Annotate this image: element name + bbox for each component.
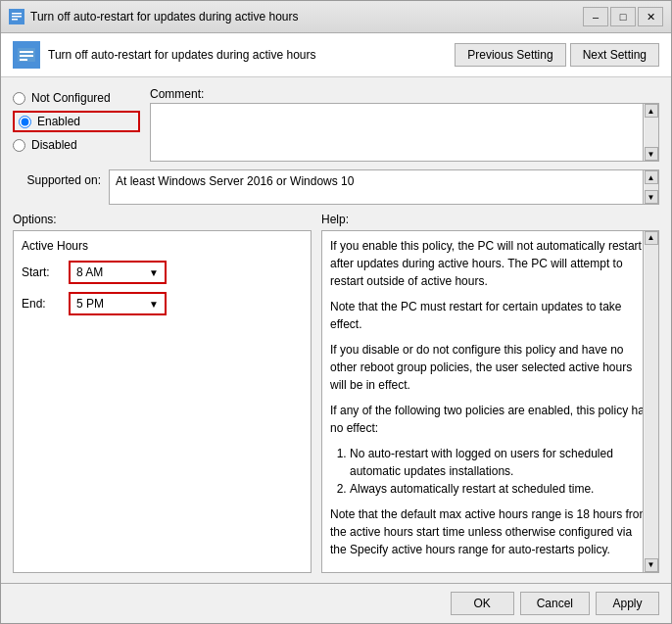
start-value: 8 AM [76, 265, 103, 279]
start-dropdown-arrow: ▼ [149, 267, 159, 278]
svg-rect-2 [12, 16, 22, 18]
next-setting-button[interactable]: Next Setting [570, 43, 659, 67]
scroll-down-arrow[interactable]: ▼ [645, 147, 658, 161]
footer: OK Cancel Apply [1, 583, 671, 623]
disabled-option[interactable]: Disabled [13, 138, 140, 152]
supported-value: At least Windows Server 2016 or Windows … [116, 174, 354, 188]
previous-setting-button[interactable]: Previous Setting [455, 43, 565, 67]
header-icon [13, 41, 40, 69]
start-row: Start: 8 AM ▼ [22, 261, 303, 284]
help-scroll-track [645, 245, 658, 558]
header-bar: Turn off auto-restart for updates during… [1, 33, 671, 77]
options-column: Options: Active Hours Start: 8 AM ▼ End:… [13, 213, 312, 573]
active-hours-title: Active Hours [22, 239, 303, 253]
close-button[interactable]: ✕ [638, 7, 663, 26]
main-window: Turn off auto-restart for updates during… [0, 0, 672, 624]
supported-scroll-down[interactable]: ▼ [645, 190, 658, 204]
options-title: Options: [13, 213, 312, 226]
svg-rect-7 [20, 59, 27, 61]
svg-rect-1 [12, 13, 22, 15]
end-label: End: [22, 297, 61, 311]
end-dropdown-arrow: ▼ [149, 299, 159, 310]
main-content: Not Configured Enabled Disabled Comment:… [1, 77, 671, 583]
comment-section: Comment: ▲ ▼ [150, 87, 659, 162]
start-label: Start: [22, 265, 61, 279]
comment-scrollbar[interactable]: ▲ ▼ [643, 104, 658, 161]
title-bar-left: Turn off auto-restart for updates during… [9, 9, 298, 24]
help-text3: If you disable or do not configure this … [330, 341, 650, 394]
maximize-button[interactable]: □ [610, 7, 636, 26]
not-configured-option[interactable]: Not Configured [13, 91, 140, 105]
window-title: Turn off auto-restart for updates during… [30, 10, 298, 24]
comment-box[interactable]: ▲ ▼ [150, 103, 659, 162]
disabled-label: Disabled [31, 138, 77, 152]
options-box: Active Hours Start: 8 AM ▼ End: 5 PM ▼ [13, 230, 312, 573]
minimize-button[interactable]: – [583, 7, 608, 26]
help-list-item-1: No auto-restart with logged on users for… [350, 445, 650, 480]
not-configured-radio[interactable] [13, 92, 25, 105]
help-scroll-down[interactable]: ▼ [645, 558, 658, 572]
header-title: Turn off auto-restart for updates during… [48, 48, 315, 62]
enabled-label: Enabled [37, 115, 80, 128]
help-text2: Note that the PC must restart for certai… [330, 298, 650, 333]
apply-button[interactable]: Apply [596, 592, 659, 615]
supported-box: At least Windows Server 2016 or Windows … [109, 169, 659, 205]
end-dropdown[interactable]: 5 PM ▼ [69, 292, 167, 315]
supported-section: Supported on: At least Windows Server 20… [13, 169, 659, 205]
scroll-up-arrow[interactable]: ▲ [645, 104, 658, 118]
not-configured-label: Not Configured [31, 91, 111, 105]
top-section: Not Configured Enabled Disabled Comment:… [13, 87, 659, 162]
window-icon [9, 9, 24, 24]
help-list-item-2: Always automatically restart at schedule… [350, 480, 650, 498]
supported-scroll-up[interactable]: ▲ [645, 170, 658, 184]
help-text1: If you enable this policy, the PC will n… [330, 237, 650, 290]
scroll-track [645, 118, 658, 147]
help-box: If you enable this policy, the PC will n… [321, 230, 659, 573]
help-scrollbar[interactable]: ▲ ▼ [643, 231, 658, 572]
cancel-button[interactable]: Cancel [520, 592, 590, 615]
header-buttons: Previous Setting Next Setting [455, 43, 659, 67]
ok-button[interactable]: OK [451, 592, 514, 615]
help-text5: Note that the default max active hours r… [330, 505, 650, 558]
disabled-radio[interactable] [13, 139, 25, 152]
svg-rect-5 [20, 51, 33, 53]
end-value: 5 PM [76, 297, 104, 311]
start-dropdown[interactable]: 8 AM ▼ [69, 261, 167, 284]
title-buttons: – □ ✕ [583, 7, 663, 26]
help-list: No auto-restart with logged on users for… [350, 445, 650, 498]
svg-rect-3 [12, 19, 18, 21]
supported-label: Supported on: [13, 169, 101, 187]
end-row: End: 5 PM ▼ [22, 292, 303, 315]
help-text4: If any of the following two policies are… [330, 402, 650, 437]
svg-rect-6 [20, 55, 33, 57]
help-scroll-up[interactable]: ▲ [645, 231, 658, 245]
radio-group: Not Configured Enabled Disabled [13, 87, 140, 162]
help-title: Help: [321, 213, 659, 226]
enabled-option[interactable]: Enabled [13, 111, 140, 132]
header-left: Turn off auto-restart for updates during… [13, 41, 315, 69]
title-bar: Turn off auto-restart for updates during… [1, 1, 671, 33]
comment-label: Comment: [150, 87, 659, 101]
supported-scrollbar[interactable]: ▲ ▼ [643, 170, 658, 204]
help-column: Help: If you enable this policy, the PC … [321, 213, 659, 573]
enabled-radio[interactable] [19, 116, 31, 128]
